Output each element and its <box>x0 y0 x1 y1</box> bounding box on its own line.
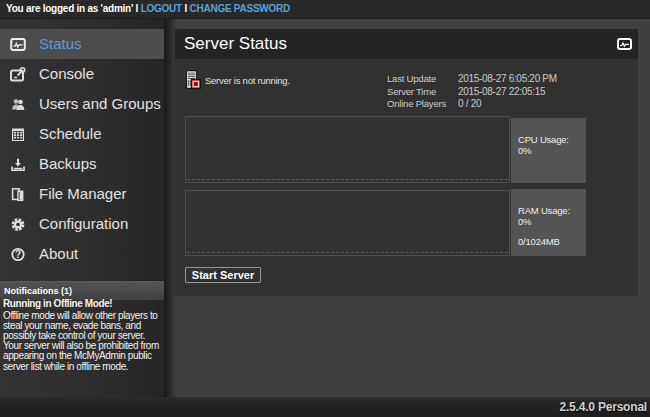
svg-text:?: ? <box>15 249 21 260</box>
